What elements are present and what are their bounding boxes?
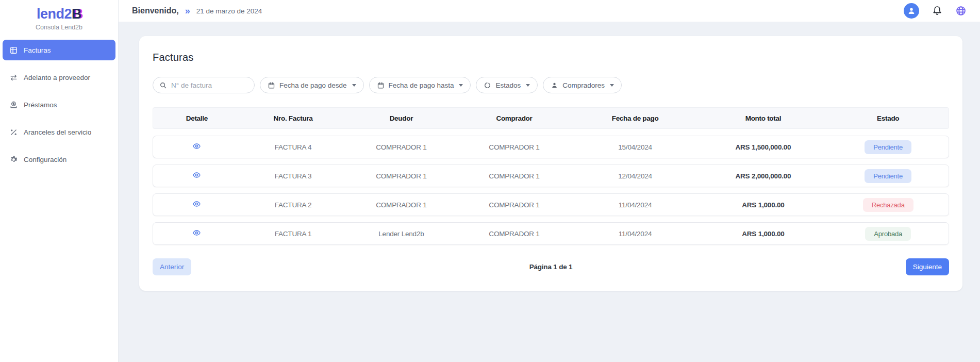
cell-detalle — [153, 200, 241, 210]
column-header: Estado — [827, 114, 949, 122]
page-title: Facturas — [153, 52, 949, 63]
coin-icon — [9, 100, 18, 109]
sidebar: lend2B Consola Lend2b Facturas Adelanto … — [0, 0, 119, 362]
column-header: Deudor — [345, 114, 457, 122]
cell-deudor: Lender Lend2b — [345, 230, 457, 238]
view-detail-eye-icon[interactable] — [192, 142, 201, 151]
brand-logo-primary: lend2 — [37, 6, 72, 22]
language-globe-icon[interactable] — [955, 5, 967, 17]
column-header: Monto total — [699, 114, 827, 122]
sidebar-item-label: Adelanto a proveedor — [24, 74, 90, 81]
cell-comprador: COMPRADOR 1 — [457, 230, 571, 238]
chevron-down-icon — [352, 84, 356, 87]
cell-fecha-de-pago: 12/04/2024 — [572, 172, 699, 180]
filter-compradores[interactable]: Compradores — [543, 77, 622, 93]
table-header: DetalleNro. FacturaDeudorCompradorFecha … — [153, 107, 949, 129]
status-circle-icon — [484, 81, 491, 89]
cell-deudor: COMPRADOR 1 — [345, 201, 457, 209]
sidebar-item-label: Facturas — [24, 46, 51, 54]
status-badge: Aprobada — [865, 227, 911, 241]
filter-label: Fecha de pago hasta — [389, 81, 454, 89]
transfer-icon — [9, 73, 18, 82]
cell-monto-total: ARS 1,000.00 — [699, 230, 827, 238]
next-page-button[interactable]: Siguiente — [906, 258, 949, 275]
main-area: Bienvenido, » 21 de marzo de 2024 — [119, 0, 980, 362]
cell-monto-total: ARS 1,500,000.00 — [699, 143, 827, 151]
table-row: FACTURA 4 COMPRADOR 1 COMPRADOR 1 15/04/… — [153, 136, 949, 158]
user-avatar[interactable] — [904, 3, 919, 19]
greeting-text: Bienvenido, — [132, 6, 179, 15]
cell-nro-factura: FACTURA 2 — [241, 201, 346, 209]
cell-nro-factura: FACTURA 3 — [241, 172, 346, 180]
cell-estado: Pendiente — [827, 140, 949, 154]
topbar-icons — [904, 3, 967, 19]
brand-logo-accent: B — [72, 6, 81, 22]
column-header: Detalle — [153, 114, 241, 122]
sidebar-item-label: Préstamos — [24, 101, 57, 109]
cell-estado: Rechazada — [827, 198, 949, 212]
cell-comprador: COMPRADOR 1 — [457, 172, 571, 180]
table-row: FACTURA 2 COMPRADOR 1 COMPRADOR 1 11/04/… — [153, 193, 949, 216]
column-header: Comprador — [457, 114, 571, 122]
cell-fecha-de-pago: 11/04/2024 — [572, 201, 699, 209]
calendar-icon — [268, 81, 275, 89]
grid-icon — [9, 45, 18, 55]
cell-comprador: COMPRADOR 1 — [457, 201, 571, 209]
person-icon — [551, 81, 558, 89]
greeting: Bienvenido, » 21 de marzo de 2024 — [132, 6, 262, 15]
cell-deudor: COMPRADOR 1 — [345, 143, 457, 151]
sidebar-item-configuracion[interactable]: Configuración — [3, 149, 115, 170]
brand-subtitle: Consola Lend2b — [0, 24, 118, 31]
filter-fecha-de-pago-desde[interactable]: Fecha de pago desde — [260, 77, 364, 93]
status-badge: Pendiente — [865, 169, 911, 183]
sidebar-menu: Facturas Adelanto a proveedor Préstamos … — [0, 40, 118, 170]
cell-monto-total: ARS 2,000,000.00 — [699, 172, 827, 180]
cell-fecha-de-pago: 11/04/2024 — [572, 230, 699, 238]
view-detail-eye-icon[interactable] — [192, 200, 201, 208]
table-body: FACTURA 4 COMPRADOR 1 COMPRADOR 1 15/04/… — [153, 136, 949, 245]
search-factura — [153, 77, 255, 93]
filter-label: Estados — [495, 81, 521, 89]
brand-logo: lend2B — [0, 6, 118, 22]
cell-nro-factura: FACTURA 4 — [241, 143, 346, 151]
topbar: Bienvenido, » 21 de marzo de 2024 — [119, 0, 980, 22]
cell-nro-factura: FACTURA 1 — [241, 230, 346, 238]
status-badge: Pendiente — [865, 140, 911, 154]
gear-icon — [9, 155, 18, 164]
sidebar-item-prestamos[interactable]: Préstamos — [3, 94, 115, 115]
search-input[interactable] — [171, 81, 248, 89]
chevron-down-icon — [610, 84, 614, 87]
cell-deudor: COMPRADOR 1 — [345, 172, 457, 180]
cell-detalle — [153, 171, 241, 181]
filter-label: Fecha de pago desde — [279, 81, 347, 89]
brand: lend2B Consola Lend2b — [0, 0, 118, 31]
notifications-bell-icon[interactable] — [932, 5, 943, 17]
cell-detalle — [153, 142, 241, 152]
chevron-down-icon — [526, 84, 530, 87]
app-root: lend2B Consola Lend2b Facturas Adelanto … — [0, 0, 980, 362]
cell-estado: Pendiente — [827, 169, 949, 183]
calendar-icon — [377, 81, 385, 89]
sidebar-item-aranceles-del-servicio[interactable]: Aranceles del servicio — [3, 122, 115, 142]
filter-bar: Fecha de pago desde Fecha de pago hasta … — [153, 77, 949, 93]
pagination: Anterior Página 1 de 1 Siguiente — [153, 258, 949, 275]
facturas-table: DetalleNro. FacturaDeudorCompradorFecha … — [153, 107, 949, 245]
cell-detalle — [153, 228, 241, 239]
filter-estados[interactable]: Estados — [476, 77, 538, 93]
sidebar-item-adelanto-a-proveedor[interactable]: Adelanto a proveedor — [3, 67, 115, 88]
sidebar-item-label: Configuración — [24, 156, 67, 163]
view-detail-eye-icon[interactable] — [192, 228, 201, 237]
column-header: Fecha de pago — [572, 114, 699, 122]
chevron-down-icon — [459, 84, 463, 87]
page-indicator: Página 1 de 1 — [529, 263, 573, 271]
cell-estado: Aprobada — [827, 227, 949, 241]
filter-label: Compradores — [562, 81, 605, 89]
sidebar-item-facturas[interactable]: Facturas — [3, 40, 115, 60]
percent-icon — [9, 127, 18, 137]
facturas-card: Facturas Fecha de pago desde Fecha de pa… — [139, 36, 962, 291]
previous-page-button[interactable]: Anterior — [153, 258, 191, 275]
cell-monto-total: ARS 1,000.00 — [699, 201, 827, 209]
status-badge: Rechazada — [863, 198, 913, 212]
filter-fecha-de-pago-hasta[interactable]: Fecha de pago hasta — [369, 77, 471, 93]
view-detail-eye-icon[interactable] — [192, 171, 201, 179]
